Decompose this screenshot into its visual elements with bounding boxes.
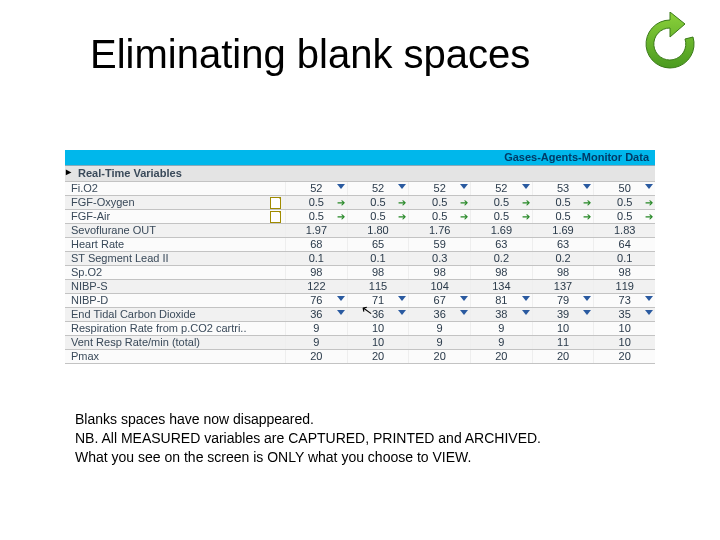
table-cell: 50 [593, 182, 655, 195]
table-cell: 0.5➔ [532, 210, 594, 223]
table-cell: 9 [470, 322, 532, 335]
row-label: End Tidal Carbon Dioxide [65, 308, 285, 321]
triangle-icon [583, 296, 591, 301]
arrow-right-icon: ➔ [522, 198, 530, 208]
cursor-icon: ↖ [360, 302, 374, 318]
table-row: Respiration Rate from p.CO2 cartri..9109… [65, 322, 655, 336]
table-cell: 20 [347, 350, 409, 363]
row-label: Pmax [65, 350, 285, 363]
table-cell: 63 [470, 238, 532, 251]
table-cell: 36 [408, 308, 470, 321]
expand-marker[interactable]: ▸ [65, 166, 74, 181]
table-cell: 9 [285, 336, 347, 349]
table-cell: 20 [470, 350, 532, 363]
table-cell: 122 [285, 280, 347, 293]
document-icon [270, 211, 281, 223]
table-cell: 81 [470, 294, 532, 307]
table-cell: 20 [532, 350, 594, 363]
table-cell: 52 [347, 182, 409, 195]
table-cell: 98 [408, 266, 470, 279]
table-row: Heart Rate686559636364 [65, 238, 655, 252]
table-cell: 9 [285, 322, 347, 335]
table-row: FGF-Air0.5➔0.5➔0.5➔0.5➔0.5➔0.5➔ [65, 210, 655, 224]
row-label: Vent Resp Rate/min (total) [65, 336, 285, 349]
row-label: FGF-Oxygen [65, 196, 285, 209]
caption-line: NB. All MEASURED variables are CAPTURED,… [75, 429, 541, 448]
table-cell: 137 [532, 280, 594, 293]
table-row: Fi.O2525252525350 [65, 182, 655, 196]
table-cell: 9 [408, 336, 470, 349]
table-cell: 0.1 [593, 252, 655, 265]
table-cell: 0.5➔ [347, 196, 409, 209]
table-row: NIBP-S122115104134137119 [65, 280, 655, 294]
arrow-right-icon: ➔ [337, 198, 345, 208]
triangle-icon [583, 310, 591, 315]
table-cell: 98 [285, 266, 347, 279]
table-cell: 52 [470, 182, 532, 195]
table-cell: 134 [470, 280, 532, 293]
arrow-right-icon: ➔ [337, 212, 345, 222]
table-cell: 1.83 [593, 224, 655, 237]
table-cell: 1.80 [347, 224, 409, 237]
table-cell: 53 [532, 182, 594, 195]
subsection-label: Real-Time Variables [74, 166, 655, 181]
table-cell: 98 [593, 266, 655, 279]
table-cell: 20 [408, 350, 470, 363]
table-cell: 39 [532, 308, 594, 321]
triangle-icon [583, 184, 591, 189]
table-cell: 104 [408, 280, 470, 293]
table-cell: 10 [347, 322, 409, 335]
table-cell: 20 [593, 350, 655, 363]
triangle-icon [522, 296, 530, 301]
arrow-right-icon: ➔ [398, 198, 406, 208]
table-cell: 10 [347, 336, 409, 349]
arrow-right-icon: ➔ [645, 198, 653, 208]
table-cell: 52 [285, 182, 347, 195]
table-cell: 9 [408, 322, 470, 335]
triangle-icon [645, 184, 653, 189]
table-cell: 67 [408, 294, 470, 307]
table-cell: 115 [347, 280, 409, 293]
table-cell: 98 [532, 266, 594, 279]
triangle-icon [460, 310, 468, 315]
table-cell: 36 [285, 308, 347, 321]
arrow-right-icon: ➔ [645, 212, 653, 222]
table-cell: 0.5➔ [470, 196, 532, 209]
table-cell: 0.5➔ [347, 210, 409, 223]
refresh-icon[interactable] [638, 12, 702, 76]
triangle-icon [460, 184, 468, 189]
table-cell: 73 [593, 294, 655, 307]
caption-line: What you see on the screen is ONLY what … [75, 448, 541, 467]
table-cell: 0.5➔ [532, 196, 594, 209]
table-cell: 0.5➔ [593, 196, 655, 209]
triangle-icon [398, 184, 406, 189]
table-cell: 1.97 [285, 224, 347, 237]
row-label: FGF-Air [65, 210, 285, 223]
document-icon [270, 197, 281, 209]
table-cell: 0.5➔ [285, 196, 347, 209]
table-cell: 0.1 [285, 252, 347, 265]
table-cell: 38 [470, 308, 532, 321]
triangle-icon [337, 310, 345, 315]
table-cell: 11 [532, 336, 594, 349]
row-label: Sp.O2 [65, 266, 285, 279]
table-cell: 0.2 [470, 252, 532, 265]
triangle-icon [522, 184, 530, 189]
table-row: Vent Resp Rate/min (total)910991110 [65, 336, 655, 350]
row-label: Sevoflurane OUT [65, 224, 285, 237]
table-cell: 9 [470, 336, 532, 349]
row-label: Fi.O2 [65, 182, 285, 195]
triangle-icon [398, 310, 406, 315]
table-cell: 36 [347, 308, 409, 321]
row-label: Respiration Rate from p.CO2 cartri.. [65, 322, 285, 335]
table-cell: 0.1 [347, 252, 409, 265]
table-cell: 0.3 [408, 252, 470, 265]
table-cell: 20 [285, 350, 347, 363]
section-header: Gases-Agents-Monitor Data [65, 150, 655, 166]
subsection-header: ▸ Real-Time Variables [65, 166, 655, 182]
table-cell: 0.5➔ [593, 210, 655, 223]
table-cell: 119 [593, 280, 655, 293]
table-cell: 71 [347, 294, 409, 307]
table-cell: 64 [593, 238, 655, 251]
table-cell: 0.5➔ [408, 210, 470, 223]
